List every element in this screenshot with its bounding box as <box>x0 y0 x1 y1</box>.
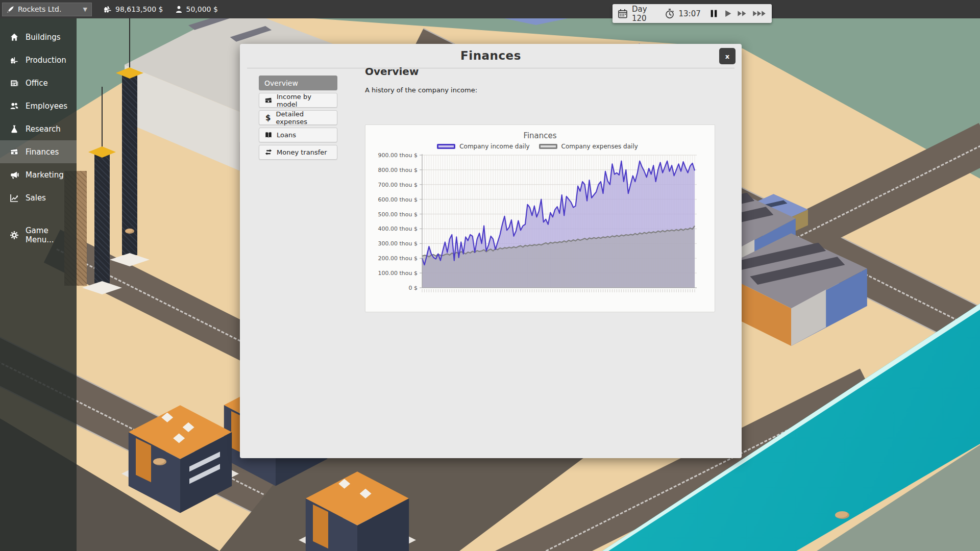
overview-content: Overview A history of the company income… <box>365 65 721 94</box>
fastest-forward-button[interactable] <box>752 8 767 20</box>
buildings-icon <box>10 33 19 42</box>
rock <box>835 511 849 519</box>
clock-icon <box>665 9 675 19</box>
pause-button[interactable] <box>709 8 719 20</box>
employees-icon <box>10 102 19 111</box>
chevron-down-icon: ▼ <box>83 6 87 13</box>
tab-label: Overview <box>264 79 298 87</box>
income-legend-swatch <box>437 144 455 149</box>
svg-text:500.00 thou $: 500.00 thou $ <box>378 211 418 218</box>
sidebar-item-label: Employees <box>26 102 67 111</box>
svg-text:800.00 thou $: 800.00 thou $ <box>378 167 418 173</box>
sales-icon <box>10 193 19 203</box>
company-selector[interactable]: Rockets Ltd. ▼ <box>2 3 92 16</box>
tab-label: Income by model <box>277 93 332 108</box>
sidebar-item-label: Marketing <box>26 170 64 180</box>
sidebar-item-label: Research <box>26 124 61 134</box>
gear-icon <box>10 231 19 240</box>
dialog-title: Finances <box>240 49 742 62</box>
sidebar: Buildings Production Office Employees Re… <box>0 18 77 551</box>
tab-overview[interactable]: Overview <box>259 76 337 90</box>
sidebar-item-office[interactable]: Office <box>0 71 77 94</box>
sidebar-item-label: Production <box>26 56 66 65</box>
tab-label: Money transfer <box>277 148 327 156</box>
sidebar-item-label: Office <box>26 79 48 88</box>
factory-building <box>121 395 239 518</box>
top-bar: Rockets Ltd. ▼ 98,613,500 $ 50,000 $ <box>0 0 980 18</box>
money-value: 98,613,500 $ <box>115 5 163 13</box>
svg-text:200.00 thou $: 200.00 thou $ <box>378 255 418 262</box>
sidebar-item-finances[interactable]: Finances <box>0 140 77 163</box>
tab-income-by-model[interactable]: Income by model <box>259 93 337 108</box>
person-icon <box>175 5 183 14</box>
tab-label: Loans <box>277 131 296 139</box>
employee-cost: 50,000 $ <box>175 5 218 14</box>
tab-label: Detailed expenses <box>276 110 332 126</box>
finances-icon <box>10 147 19 157</box>
svg-text:100.00 thou $: 100.00 thou $ <box>378 270 418 277</box>
marketing-icon <box>10 170 19 180</box>
sidebar-item-label: Finances <box>26 147 59 157</box>
launch-tower <box>82 87 122 298</box>
close-icon: x <box>725 53 729 60</box>
finances-chart: 0 $100.00 thou $200.00 thou $300.00 thou… <box>371 151 709 296</box>
tab-detailed-expenses[interactable]: $ Detailed expenses <box>259 110 337 125</box>
production-icon <box>10 56 19 65</box>
rocket-icon <box>7 6 14 13</box>
rock <box>125 229 134 234</box>
sidebar-item-employees[interactable]: Employees <box>0 94 77 117</box>
forklift-money-icon <box>103 5 112 14</box>
sidebar-item-label: Game Menu... <box>26 226 77 244</box>
svg-text:900.00 thou $: 900.00 thou $ <box>378 152 418 159</box>
page-subtitle: A history of the company income: <box>365 86 721 94</box>
employee-cost-value: 50,000 $ <box>186 5 218 13</box>
company-money: 98,613,500 $ <box>103 5 163 14</box>
close-button[interactable]: x <box>719 48 736 64</box>
sidebar-item-label: Buildings <box>26 33 61 42</box>
office-icon <box>10 79 19 88</box>
svg-text:0 $: 0 $ <box>409 285 418 291</box>
sidebar-item-sales[interactable]: Sales <box>0 186 77 209</box>
book-icon <box>264 131 273 139</box>
page-title: Overview <box>365 65 721 78</box>
company-name: Rockets Ltd. <box>18 5 61 13</box>
clock-time: 13:07 <box>679 9 701 18</box>
play-button[interactable] <box>723 8 733 20</box>
expenses-legend-label: Company expenses daily <box>561 143 638 150</box>
calendar-icon <box>618 9 628 19</box>
sidebar-item-buildings[interactable]: Buildings <box>0 26 77 48</box>
svg-text:400.00 thou $: 400.00 thou $ <box>378 226 418 232</box>
research-icon <box>10 124 19 134</box>
expenses-legend-swatch <box>539 144 557 149</box>
tab-money-transfer[interactable]: Money transfer <box>259 145 337 160</box>
svg-text:600.00 thou $: 600.00 thou $ <box>378 196 418 203</box>
transfer-icon <box>264 148 273 157</box>
factory-building <box>299 462 416 551</box>
day-counter: Day 120 <box>632 5 658 23</box>
finances-chart-panel: Finances Company income daily Company ex… <box>365 124 715 312</box>
income-legend-label: Company income daily <box>459 143 529 150</box>
svg-text:700.00 thou $: 700.00 thou $ <box>378 182 418 188</box>
tab-loans[interactable]: Loans <box>259 128 337 142</box>
dollar-icon: $ <box>264 113 272 122</box>
banknotes-icon <box>264 96 273 105</box>
chart-legend: Company income daily Company expenses da… <box>365 143 715 150</box>
sidebar-item-research[interactable]: Research <box>0 117 77 140</box>
rock <box>153 458 166 465</box>
fast-forward-button[interactable] <box>737 8 748 20</box>
finances-dialog: Finances x Overview Income by model $ De… <box>240 44 742 458</box>
finances-tab-list: Overview Income by model $ Detailed expe… <box>259 76 337 160</box>
time-control-panel: Day 120 13:07 <box>612 4 772 23</box>
sidebar-item-production[interactable]: Production <box>0 48 77 71</box>
sidebar-item-marketing[interactable]: Marketing <box>0 163 77 186</box>
chart-title: Finances <box>365 131 715 140</box>
sidebar-item-game-menu[interactable]: Game Menu... <box>0 223 77 246</box>
svg-text:300.00 thou $: 300.00 thou $ <box>378 240 418 247</box>
sidebar-item-label: Sales <box>26 193 46 203</box>
